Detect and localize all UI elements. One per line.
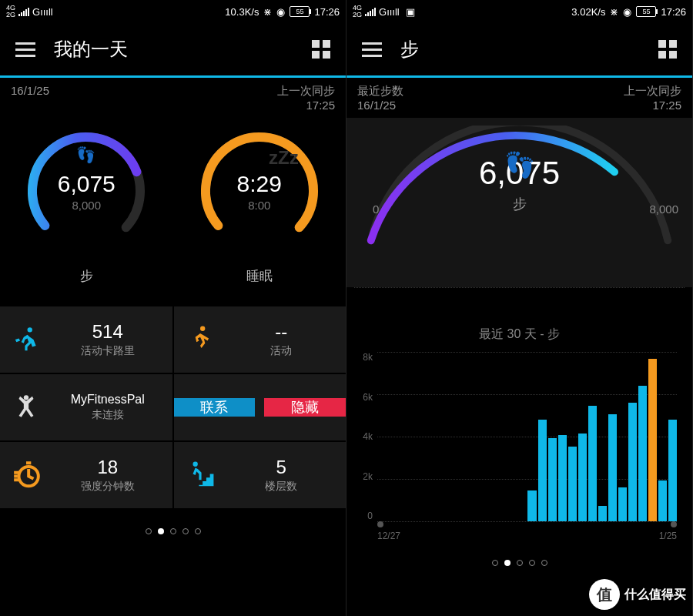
sleep-ring[interactable]: 8:29 8:00 zZz 睡眠 (194, 126, 325, 285)
calories-value: 514 (51, 321, 165, 343)
x-start: 12/27 (377, 531, 400, 541)
signal-icon (365, 7, 376, 16)
net-speed: 3.02K/s (571, 6, 605, 18)
watermark-text: 什么值得买 (624, 587, 686, 603)
battery-icon: 55 (636, 6, 656, 17)
myfitnesspal-card[interactable]: MyFitnessPal 未连接 (0, 374, 172, 440)
bar (548, 438, 557, 521)
status-bar: 4G 2G Gıııll ▣ 3.02K/s ⋇ ◉ 55 17:26 (346, 0, 692, 23)
sync-time: 17:25 (277, 99, 335, 112)
calories-card[interactable]: 514 活动卡路里 (0, 306, 172, 373)
mfp-value: MyFitnessPal (51, 393, 165, 407)
mfp-label: 未连接 (51, 408, 165, 422)
calories-label: 活动卡路里 (51, 344, 165, 358)
watermark: 值 什么值得买 (589, 579, 686, 610)
bluetooth-icon: ⋇ (263, 6, 272, 18)
page-dot-active (504, 560, 511, 566)
page-dot-active (158, 528, 164, 534)
connect-button[interactable]: 联系 (174, 398, 256, 417)
recent-label: 最近步数 (357, 84, 403, 99)
page-dot (195, 528, 201, 534)
cards-grid: 514 活动卡路里 -- 活动 MyFitnessPal 未连接 联系 隐 (0, 306, 346, 508)
screen-my-day: 4G 2G Gıııll 10.3K/s ⋇ ◉ 55 17:26 我的一天 1… (0, 0, 346, 616)
clock: 17:26 (314, 6, 340, 18)
bar (527, 490, 536, 521)
carrier: Gıııll (379, 6, 400, 18)
app-header: 我的一天 (0, 23, 346, 75)
x-end: 1/25 (659, 531, 677, 541)
zzz-icon: zZz (269, 147, 299, 169)
page-dot (529, 560, 535, 566)
sync-label: 上一次同步 (277, 84, 335, 99)
battery-icon: 55 (290, 6, 310, 17)
bar (658, 480, 667, 521)
footsteps-icon: 👣 (76, 146, 95, 164)
bar (598, 506, 607, 521)
svg-point-5 (200, 326, 205, 331)
activity-card[interactable]: -- 活动 (174, 306, 346, 373)
network-icon: 4G 2G (353, 5, 362, 18)
sleep-value: 8:29 (237, 171, 282, 197)
svg-point-4 (28, 327, 32, 332)
wifi-icon: ◉ (276, 6, 285, 18)
intensity-card[interactable]: 18 强度分钟数 (0, 442, 172, 508)
screen-steps: 4G 2G Gıııll ▣ 3.02K/s ⋇ ◉ 55 17:26 步 最近… (346, 0, 693, 616)
net-speed: 10.3K/s (225, 6, 259, 18)
steps-ring[interactable]: 6,075 8,000 👣 步 (21, 126, 152, 285)
page-dot (146, 528, 152, 534)
page-title: 步 (400, 37, 419, 62)
arc-unit: 步 (346, 195, 692, 213)
floors-label: 楼层数 (225, 480, 339, 494)
grid-icon[interactable] (658, 40, 677, 59)
jump-icon (11, 392, 42, 423)
clock: 17:26 (661, 6, 686, 18)
scroll-dot (671, 521, 677, 527)
svg-point-6 (24, 395, 28, 400)
menu-icon[interactable] (15, 42, 35, 57)
chart-title: 最近 30 天 - 步 (346, 326, 692, 343)
svg-point-8 (192, 462, 197, 467)
stairs-icon (185, 460, 216, 490)
app-header: 步 (346, 23, 692, 75)
hide-button[interactable]: 隐藏 (264, 398, 346, 417)
activity-icon (185, 324, 216, 355)
bluetooth-icon: ⋇ (610, 6, 618, 18)
floors-card[interactable]: 5 楼层数 (174, 442, 346, 508)
menu-icon[interactable] (362, 42, 382, 57)
grid-icon[interactable] (312, 40, 330, 59)
stopwatch-icon (11, 460, 42, 490)
bar (638, 386, 647, 521)
scroll-dot (377, 521, 383, 527)
date-label: 16/1/25 (11, 84, 49, 112)
bar (578, 434, 587, 521)
bar-chart[interactable]: 8k6k4k2k0 12/27 1/25 (346, 352, 692, 552)
sync-time: 17:25 (624, 99, 681, 112)
activity-label: 活动 (225, 344, 339, 358)
run-icon (11, 324, 42, 355)
bar (538, 420, 547, 521)
signal-icon (18, 7, 29, 16)
bar (618, 487, 627, 521)
page-title: 我的一天 (54, 37, 128, 62)
page-dot (170, 528, 176, 534)
page-dot (492, 560, 498, 566)
wifi-icon: ◉ (623, 6, 631, 18)
footsteps-icon: 👣 (504, 150, 535, 179)
steps-value: 6,075 (58, 171, 116, 197)
paginator[interactable] (0, 508, 346, 541)
sleep-goal: 8:00 (248, 199, 270, 212)
bar (648, 359, 657, 521)
page-dot (182, 528, 189, 534)
page-dot (517, 560, 523, 566)
paginator[interactable] (346, 552, 692, 572)
bar (608, 414, 617, 521)
steps-goal: 8,000 (72, 199, 101, 212)
floors-value: 5 (225, 457, 339, 478)
steps-arc[interactable]: 0 8,000 6,075 步 👣 (346, 118, 692, 287)
activity-value: -- (225, 321, 339, 343)
status-bar: 4G 2G Gıııll 10.3K/s ⋇ ◉ 55 17:26 (0, 0, 346, 23)
info-row: 16/1/25 上一次同步 17:25 (0, 78, 346, 118)
sync-label: 上一次同步 (624, 84, 681, 99)
watermark-icon: 值 (589, 579, 620, 610)
picture-icon: ▣ (406, 6, 415, 18)
